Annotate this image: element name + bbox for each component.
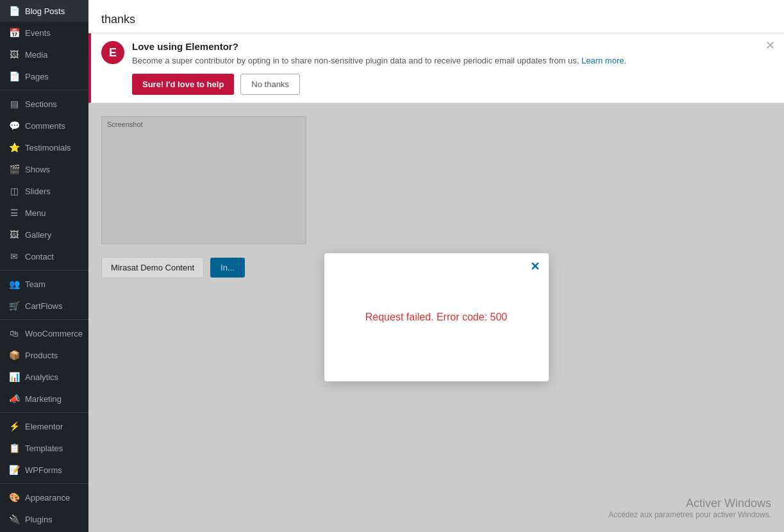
comments-icon: 💬	[8, 120, 20, 131]
sidebar-item-appearance[interactable]: 🎨Appearance	[0, 486, 88, 508]
sidebar-separator	[0, 483, 88, 484]
sidebar-item-analytics[interactable]: 📊Analytics	[0, 366, 88, 388]
sidebar-separator	[0, 319, 88, 320]
sidebar-item-elementor[interactable]: ⚡Elementor	[0, 415, 88, 437]
sidebar-item-testimonials[interactable]: ⭐Testimonials	[0, 137, 88, 158]
error-modal: ✕ Request failed. Error code: 500	[324, 253, 549, 381]
sidebar-item-sections[interactable]: ▤Sections	[0, 93, 88, 115]
sidebar-item-label-marketing: Marketing	[25, 394, 62, 404]
sidebar-item-woocommerce[interactable]: 🛍WooCommerce	[0, 322, 88, 344]
elementor-logo: E	[101, 41, 124, 64]
thanks-text: thanks	[101, 6, 135, 26]
sidebar-item-contact[interactable]: ✉Contact	[0, 245, 88, 267]
sidebar-item-label-contact: Contact	[25, 252, 54, 262]
sidebar-item-label-plugins: Plugins	[25, 515, 53, 524]
media-icon: 🖼	[8, 49, 20, 60]
sidebar-item-label-events: Events	[25, 28, 51, 38]
sidebar-item-label-sliders: Sliders	[25, 187, 51, 196]
notice-text: Become a super contributor by opting in …	[132, 54, 771, 67]
sidebar-item-team[interactable]: 👥Team	[0, 273, 88, 295]
sidebar-item-menu[interactable]: ☰Menu	[0, 202, 88, 224]
sidebar-item-wpforms[interactable]: 📝WPForms	[0, 459, 88, 481]
sidebar-item-label-shows: Shows	[25, 165, 50, 174]
notice-no-thanks-button[interactable]: No thanks	[240, 74, 300, 95]
sidebar-item-label-appearance: Appearance	[25, 493, 70, 503]
blog-posts-icon: 📄	[8, 5, 20, 17]
sidebar-item-gallery[interactable]: 🖼Gallery	[0, 224, 88, 245]
sidebar-item-products[interactable]: 📦Products	[0, 344, 88, 366]
marketing-icon: 📣	[8, 393, 20, 404]
sidebar-separator	[0, 270, 88, 270]
cartflows-icon: 🛒	[8, 300, 20, 312]
notice-close-button[interactable]: ✕	[765, 40, 775, 51]
products-icon: 📦	[8, 349, 20, 361]
wpforms-icon: 📝	[8, 464, 20, 476]
sidebar-item-media[interactable]: 🖼Media	[0, 44, 88, 65]
main-content: thanks E Love using Elementor? Become a …	[88, 0, 784, 532]
sidebar-item-label-analytics: Analytics	[25, 372, 58, 382]
shows-icon: 🎬	[8, 163, 20, 175]
sidebar-item-shows[interactable]: 🎬Shows	[0, 158, 88, 180]
sidebar-item-label-sections: Sections	[25, 99, 57, 109]
sidebar-item-label-templates: Templates	[25, 444, 63, 453]
gallery-icon: 🖼	[8, 229, 20, 240]
contact-icon: ✉	[8, 251, 20, 262]
content-area: Screenshot Mirasat Demo Content In... ✕ …	[88, 103, 784, 533]
sidebar-item-label-elementor: Elementor	[25, 422, 63, 431]
sidebar-item-label-cartflows: CartFlows	[25, 301, 63, 311]
notice-buttons: Sure! I'd love to help No thanks	[132, 74, 771, 95]
sidebar-item-marketing[interactable]: 📣Marketing	[0, 388, 88, 410]
analytics-icon: 📊	[8, 371, 20, 383]
sidebar-item-label-testimonials: Testimonials	[25, 143, 71, 153]
sidebar-item-blog-posts[interactable]: 📄Blog Posts	[0, 0, 88, 22]
sidebar-item-label-blog-posts: Blog Posts	[25, 6, 65, 16]
templates-icon: 📋	[8, 442, 20, 454]
events-icon: 📅	[8, 27, 20, 38]
sliders-icon: ◫	[8, 185, 20, 197]
sidebar-item-label-products: Products	[25, 351, 58, 360]
sidebar-item-label-wpforms: WPForms	[25, 465, 62, 475]
elementor-icon: ⚡	[8, 420, 20, 432]
sidebar-separator	[0, 90, 88, 90]
sidebar-item-events[interactable]: 📅Events	[0, 22, 88, 44]
appearance-icon: 🎨	[8, 492, 20, 503]
sidebar-item-sliders[interactable]: ◫Sliders	[0, 180, 88, 202]
elementor-notice-banner: E Love using Elementor? Become a super c…	[88, 33, 784, 103]
sidebar-item-label-woocommerce: WooCommerce	[25, 329, 83, 338]
sidebar-separator	[0, 412, 88, 413]
sidebar-item-label-comments: Comments	[25, 121, 65, 131]
sidebar-item-comments[interactable]: 💬Comments	[0, 115, 88, 137]
notice-help-button[interactable]: Sure! I'd love to help	[132, 74, 234, 95]
modal-overlay: ✕ Request failed. Error code: 500	[88, 103, 784, 533]
sections-icon: ▤	[8, 98, 20, 110]
pages-icon: 📄	[8, 71, 20, 82]
sidebar-item-cartflows[interactable]: 🛒CartFlows	[0, 295, 88, 317]
sidebar-item-label-menu: Menu	[25, 208, 46, 218]
sidebar-item-label-media: Media	[25, 50, 47, 60]
sidebar-item-templates[interactable]: 📋Templates	[0, 437, 88, 459]
sidebar-item-pages[interactable]: 📄Pages	[0, 65, 88, 87]
testimonials-icon: ⭐	[8, 142, 20, 153]
team-icon: 👥	[8, 278, 20, 290]
sidebar-item-plugins[interactable]: 🔌Plugins	[0, 508, 88, 530]
sidebar-item-label-gallery: Gallery	[25, 230, 51, 240]
notice-title: Love using Elementor?	[132, 41, 771, 52]
notice-learn-more-link[interactable]: Learn more.	[581, 56, 626, 65]
woocommerce-icon: 🛍	[8, 328, 20, 339]
menu-icon: ☰	[8, 207, 20, 219]
topbar: thanks	[88, 0, 784, 33]
sidebar-item-label-pages: Pages	[25, 72, 49, 81]
plugins-icon: 🔌	[8, 513, 20, 525]
modal-close-button[interactable]: ✕	[530, 260, 540, 274]
modal-error-text: Request failed. Error code: 500	[365, 312, 507, 323]
sidebar: 📄Blog Posts📅Events🖼Media📄Pages▤Sections💬…	[0, 0, 88, 532]
sidebar-item-label-team: Team	[25, 279, 46, 289]
notice-text-before: Become a super contributor by opting in …	[132, 56, 579, 65]
notice-content: Love using Elementor? Become a super con…	[132, 41, 771, 95]
